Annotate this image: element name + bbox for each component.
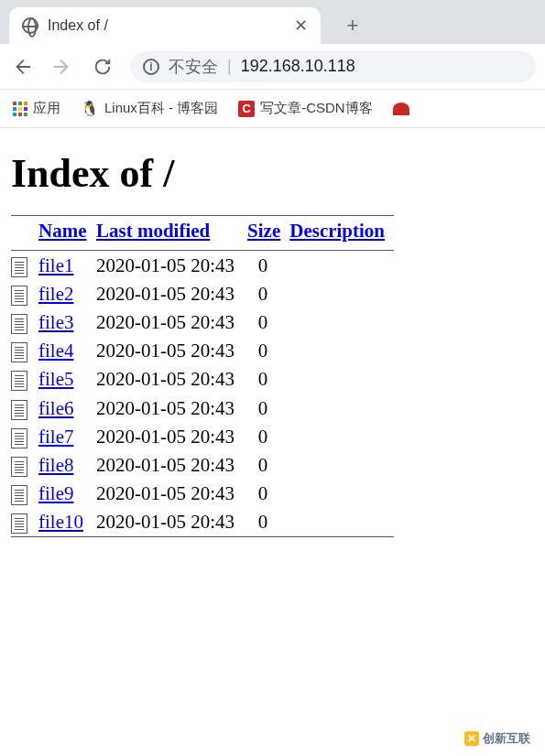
- bookmark-label: 写文章-CSDN博客: [260, 100, 373, 117]
- file-description-cell: [289, 308, 394, 337]
- bookmarks-bar: 应用 🐧 Linux百科 - 博客园 C 写文章-CSDN博客: [0, 90, 545, 128]
- file-link[interactable]: file2: [38, 283, 73, 305]
- file-modified-cell: 2020-01-05 20:43: [96, 394, 247, 422]
- file-name-cell: file6: [38, 394, 96, 422]
- arrow-left-icon: [12, 57, 32, 77]
- file-link[interactable]: file9: [38, 482, 73, 504]
- page-title: Index of /: [11, 150, 534, 197]
- file-link[interactable]: file3: [38, 311, 73, 333]
- reload-icon: [93, 57, 113, 77]
- file-link[interactable]: file8: [38, 454, 73, 476]
- file-description-cell: [289, 451, 394, 480]
- file-icon-cell: [11, 480, 38, 508]
- apps-label: 应用: [33, 100, 60, 117]
- file-name-cell: file1: [38, 252, 96, 280]
- file-name-cell: file10: [38, 508, 96, 537]
- forward-button[interactable]: [49, 54, 75, 80]
- file-description-cell: [289, 508, 394, 537]
- table-row: file102020-01-05 20:430: [11, 508, 394, 537]
- file-size-cell: 0: [247, 365, 289, 394]
- file-description-cell: [289, 480, 394, 508]
- file-icon-cell: [11, 451, 38, 480]
- redhat-icon: [393, 103, 409, 115]
- separator: |: [227, 57, 232, 76]
- page-content: Index of / Name Last modified Size Descr…: [0, 128, 545, 547]
- security-label: 不安全: [169, 56, 218, 78]
- file-link[interactable]: file5: [38, 368, 73, 390]
- file-modified-cell: 2020-01-05 20:43: [96, 365, 247, 394]
- file-link[interactable]: file4: [38, 340, 73, 362]
- column-size[interactable]: Size: [247, 216, 289, 251]
- file-size-cell: 0: [247, 394, 289, 422]
- toolbar: i 不安全 | 192.168.10.118: [0, 44, 545, 90]
- file-icon: [11, 485, 27, 505]
- file-icon-cell: [11, 508, 38, 537]
- reload-button[interactable]: [90, 54, 115, 80]
- apps-shortcut[interactable]: 应用: [13, 100, 60, 117]
- file-icon: [11, 400, 27, 420]
- column-description[interactable]: Description: [289, 216, 394, 251]
- file-size-cell: 0: [247, 252, 289, 280]
- bookmark-icon: 🐧: [81, 100, 99, 117]
- file-size-cell: 0: [247, 337, 289, 365]
- file-icon-cell: [11, 365, 38, 394]
- file-icon: [11, 314, 27, 334]
- file-size-cell: 0: [247, 480, 289, 508]
- bookmark-item[interactable]: C 写文章-CSDN博客: [238, 100, 373, 117]
- url-text: 192.168.10.118: [241, 57, 355, 76]
- bookmark-label: Linux百科 - 博客园: [104, 100, 218, 117]
- table-row: file92020-01-05 20:430: [11, 480, 394, 508]
- tab-title: Index of /: [48, 17, 285, 34]
- browser-tab[interactable]: Index of / ✕: [9, 7, 321, 44]
- file-modified-cell: 2020-01-05 20:43: [96, 337, 247, 365]
- back-button[interactable]: [9, 54, 35, 80]
- file-size-cell: 0: [247, 308, 289, 337]
- file-modified-cell: 2020-01-05 20:43: [96, 451, 247, 480]
- table-row: file22020-01-05 20:430: [11, 280, 394, 308]
- sort-modified-link[interactable]: Last modified: [96, 220, 210, 242]
- table-row: file82020-01-05 20:430: [11, 451, 394, 480]
- bookmark-item[interactable]: 🐧 Linux百科 - 博客园: [81, 100, 218, 117]
- bookmark-item[interactable]: [393, 103, 409, 115]
- file-description-cell: [289, 423, 394, 451]
- table-row: file62020-01-05 20:430: [11, 394, 394, 422]
- sort-size-link[interactable]: Size: [247, 220, 280, 242]
- file-description-cell: [289, 365, 394, 394]
- close-tab-icon[interactable]: ✕: [294, 16, 308, 36]
- file-modified-cell: 2020-01-05 20:43: [96, 252, 247, 280]
- file-modified-cell: 2020-01-05 20:43: [96, 480, 247, 508]
- file-icon: [11, 342, 27, 362]
- info-icon[interactable]: i: [143, 59, 159, 75]
- new-tab-button[interactable]: +: [339, 12, 366, 39]
- file-description-cell: [289, 394, 394, 422]
- address-bar[interactable]: i 不安全 | 192.168.10.118: [130, 51, 536, 82]
- column-name[interactable]: Name: [38, 216, 96, 251]
- globe-icon: [22, 17, 38, 34]
- file-listing-table: Name Last modified Size Description file…: [11, 215, 394, 538]
- sort-name-link[interactable]: Name: [38, 220, 86, 242]
- column-modified[interactable]: Last modified: [96, 216, 247, 251]
- file-link[interactable]: file1: [38, 254, 73, 276]
- file-size-cell: 0: [247, 280, 289, 308]
- file-name-cell: file5: [38, 365, 96, 394]
- sort-description-link[interactable]: Description: [289, 220, 385, 242]
- file-icon-cell: [11, 308, 38, 337]
- file-name-cell: file3: [38, 308, 96, 337]
- file-name-cell: file7: [38, 423, 96, 451]
- table-row: file32020-01-05 20:430: [11, 308, 394, 337]
- file-modified-cell: 2020-01-05 20:43: [96, 423, 247, 451]
- file-size-cell: 0: [247, 423, 289, 451]
- table-row: file42020-01-05 20:430: [11, 337, 394, 365]
- file-icon: [11, 513, 27, 534]
- bookmark-icon: C: [238, 101, 255, 117]
- file-icon-cell: [11, 337, 38, 365]
- file-link[interactable]: file6: [38, 397, 73, 419]
- file-size-cell: 0: [247, 451, 289, 480]
- file-link[interactable]: file10: [38, 511, 83, 533]
- file-link[interactable]: file7: [38, 426, 73, 448]
- tab-strip: Index of / ✕ +: [0, 0, 545, 44]
- file-modified-cell: 2020-01-05 20:43: [96, 280, 247, 308]
- arrow-right-icon: [52, 57, 72, 77]
- file-description-cell: [289, 337, 394, 365]
- file-modified-cell: 2020-01-05 20:43: [96, 508, 247, 537]
